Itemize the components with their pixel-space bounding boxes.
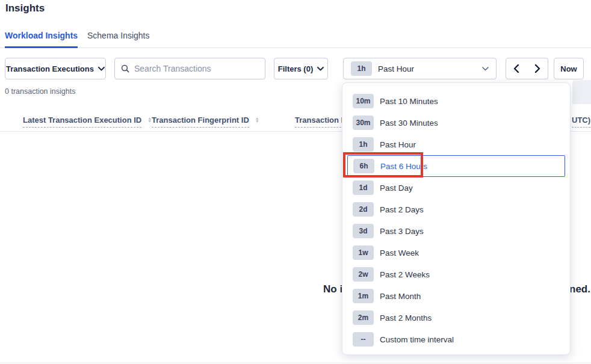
tab-bar: Workload Insights Schema Insights <box>0 26 591 48</box>
chevron-down-icon <box>98 67 105 71</box>
time-interval-option-10m[interactable]: 10m Past 10 Minutes <box>342 90 570 112</box>
empty-state-message-fragment-right: ned. <box>569 283 590 295</box>
next-interval-button[interactable] <box>527 58 548 79</box>
time-interval-option-label: Past Month <box>380 292 421 301</box>
previous-interval-button[interactable] <box>506 58 527 79</box>
page-bottom-divider <box>0 363 591 363</box>
search-input[interactable] <box>134 64 259 73</box>
time-interval-select[interactable]: 1h Past Hour <box>343 58 497 79</box>
time-interval-option-6h[interactable]: 6h Past 6 Hours <box>347 155 565 177</box>
column-header-utc-clipped[interactable]: UTC) <box>572 116 590 128</box>
time-interval-option-custom[interactable]: -- Custom time interval <box>342 329 570 350</box>
filters-label: Filters (0) <box>278 64 314 73</box>
chevron-left-icon <box>513 64 519 73</box>
view-type-label: Transaction Executions <box>6 64 94 73</box>
time-interval-option-3d[interactable]: 3d Past 3 Days <box>342 220 570 242</box>
filters-button[interactable]: Filters (0) <box>274 58 328 79</box>
time-interval-option-label: Past Hour <box>380 140 416 149</box>
time-interval-value: Past Hour <box>378 64 414 73</box>
time-interval-option-1w[interactable]: 1w Past Week <box>342 242 570 264</box>
time-interval-option-label: Past 2 Months <box>380 313 432 322</box>
time-interval-option-badge: 1h <box>353 137 374 152</box>
time-interval-option-badge: 2d <box>353 202 374 217</box>
time-interval-option-2d[interactable]: 2d Past 2 Days <box>342 199 570 220</box>
time-interval-option-30m[interactable]: 30m Past 30 Minutes <box>342 112 570 134</box>
results-count: 0 transaction insights <box>5 87 75 96</box>
time-interval-option-1d[interactable]: 1d Past Day <box>342 177 570 199</box>
time-interval-option-label: Past Week <box>380 248 419 258</box>
time-interval-option-badge: -- <box>353 332 374 347</box>
time-interval-option-1h[interactable]: 1h Past Hour <box>342 134 570 155</box>
insights-page: Insights Workload Insights Schema Insigh… <box>0 0 591 364</box>
tab-schema-insights[interactable]: Schema Insights <box>87 26 150 48</box>
now-button[interactable]: Now <box>554 58 584 79</box>
time-interval-badge: 1h <box>351 61 372 76</box>
chevron-right-icon <box>534 64 540 73</box>
search-icon <box>121 64 129 73</box>
time-interval-option-label: Past Day <box>380 184 413 193</box>
column-header-transaction-fingerprint-id[interactable]: Transaction Fingerprint ID ▲▼ <box>152 116 259 128</box>
clipped-panel-edge <box>572 80 591 104</box>
time-interval-option-2w[interactable]: 2w Past 2 Weeks <box>342 264 570 285</box>
time-interval-option-2m[interactable]: 2m Past 2 Months <box>342 307 570 329</box>
chevron-down-icon <box>317 67 324 71</box>
time-interval-option-badge: 10m <box>353 94 374 108</box>
time-interval-option-label: Past 3 Days <box>380 227 424 236</box>
time-interval-option-label: Past 6 Hours <box>380 162 427 171</box>
time-interval-option-label: Past 2 Weeks <box>380 270 430 279</box>
tab-workload-insights[interactable]: Workload Insights <box>5 26 78 48</box>
time-interval-option-label: Past 30 Minutes <box>380 119 438 128</box>
time-interval-option-badge: 1d <box>353 180 374 195</box>
time-interval-option-badge: 1w <box>353 245 374 260</box>
time-interval-option-1m[interactable]: 1m Past Month <box>342 285 570 307</box>
page-title: Insights <box>5 2 45 14</box>
sort-icon[interactable]: ▲▼ <box>255 117 259 123</box>
time-interval-option-label: Custom time interval <box>380 335 454 344</box>
time-interval-option-badge: 1m <box>353 289 374 303</box>
time-interval-menu: 10m Past 10 Minutes 30m Past 30 Minutes … <box>342 82 571 355</box>
time-interval-option-badge: 30m <box>353 116 374 130</box>
time-interval-option-badge: 2w <box>353 267 374 282</box>
time-interval-option-label: Past 2 Days <box>380 205 424 214</box>
chevron-down-icon <box>482 67 489 71</box>
search-box[interactable] <box>114 58 265 79</box>
time-interval-option-badge: 3d <box>353 224 374 238</box>
view-type-dropdown-button[interactable]: Transaction Executions <box>5 58 106 79</box>
time-interval-option-label: Past 10 Minutes <box>380 97 438 106</box>
time-interval-option-badge: 6h <box>353 159 374 173</box>
column-header-latest-transaction-execution-id[interactable]: Latest Transaction Execution ID ▲▼ <box>23 116 152 128</box>
time-interval-option-badge: 2m <box>353 310 374 325</box>
